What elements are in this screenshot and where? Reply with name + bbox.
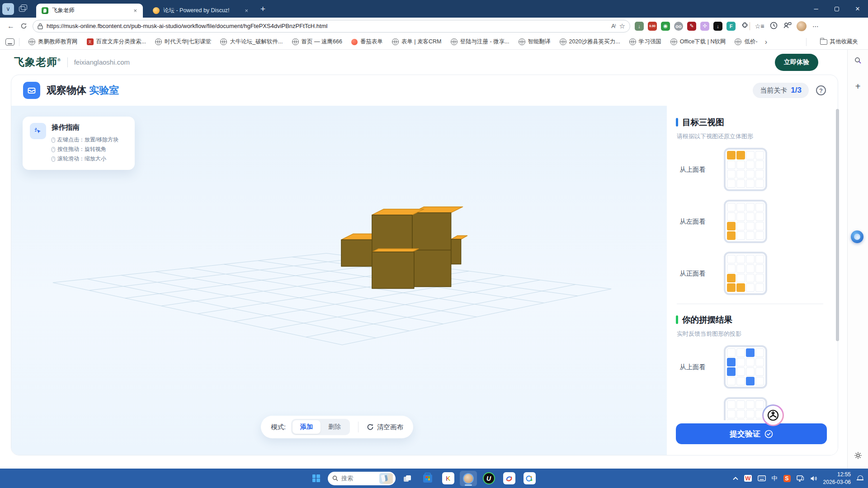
url-text[interactable]: https://musk-online.fbcontent.cn/pub-mus… (47, 23, 608, 29)
other-favorites-button[interactable]: 其他收藏夹 (816, 38, 863, 46)
mode-delete-button[interactable]: 删除 (321, 420, 349, 434)
mode-add-button[interactable]: 添加 (292, 420, 321, 434)
favorite-star-icon[interactable]: ☆ (619, 22, 625, 30)
pinwheel-icon[interactable]: ✣ (700, 22, 709, 31)
history-icon[interactable] (769, 22, 778, 31)
maximize-button[interactable] (826, 0, 847, 18)
workspaces-icon[interactable] (16, 3, 28, 15)
bookmark-item[interactable]: 2020沙雅县英买力... (555, 38, 625, 46)
close-button[interactable]: ✕ (847, 0, 868, 18)
view-cell (746, 255, 755, 263)
bookmark-item[interactable]: 首页 — 速鹰666 (288, 38, 347, 46)
bookmark-item[interactable]: 奥鹏教师教育网 (24, 38, 82, 46)
tomato-icon (351, 39, 358, 45)
view-cell (746, 160, 755, 169)
view-row: 从正面看 (676, 252, 826, 295)
scene-3d-canvas[interactable]: 操作指南 左键点击：放置/移除方块按住拖动：旋转视角滚轮滑动：缩放大小 模式: … (11, 106, 667, 455)
view-cell (736, 255, 745, 263)
browser-tab-active[interactable]: 飞象老师 × (36, 4, 143, 18)
back-icon[interactable]: ← (5, 20, 17, 33)
page-scrollbar-thumb[interactable] (836, 109, 839, 341)
site-logo[interactable]: 飞象老师® (14, 55, 61, 69)
try-now-button[interactable]: 立即体验 (775, 54, 818, 71)
glasses-icon[interactable]: oo (674, 22, 683, 31)
sidebar-add-icon[interactable]: + (855, 81, 861, 92)
start-button[interactable] (307, 471, 325, 486)
task-view-button[interactable] (399, 471, 416, 486)
taskbar-search[interactable]: 搜索 (328, 472, 396, 485)
tab-close-icon[interactable]: × (243, 7, 250, 14)
share-feedback-icon[interactable] (783, 22, 793, 30)
bookmark-item[interactable]: 登陆与注册 - 微享... (446, 38, 514, 46)
wps-tray-icon[interactable]: W (744, 475, 751, 482)
result-section-subtitle: 实时反馈当前图形的投影 (677, 330, 826, 338)
volume-tray-icon[interactable] (810, 475, 817, 482)
tray-chevron-up-icon[interactable] (733, 477, 738, 480)
view-cell (746, 222, 755, 230)
minimize-button[interactable]: ─ (806, 0, 826, 18)
sidebar-settings-gear-icon[interactable] (854, 451, 862, 461)
bookmark-item[interactable]: 番茄表单 (347, 38, 387, 46)
help-icon[interactable]: ? (816, 85, 826, 95)
tripod-logo-icon (767, 409, 779, 421)
settings-more-icon[interactable]: ⋯ (811, 23, 821, 30)
ime-language-indicator[interactable]: 中 (772, 474, 778, 483)
view-cell (755, 212, 764, 221)
read-aloud-icon[interactable]: A⁾ (611, 23, 615, 29)
tab-close-icon[interactable]: × (132, 7, 138, 14)
red-editor-icon[interactable]: ✎ (687, 22, 696, 31)
tab-device-icon[interactable] (5, 38, 14, 46)
view-cell (727, 367, 736, 376)
keep-app-icon[interactable]: K (439, 471, 457, 486)
profile-avatar[interactable] (797, 21, 807, 31)
tab-actions-chevron-icon[interactable]: ∨ (2, 3, 14, 15)
browser-tab-inactive[interactable]: 论坛 - Powered by Discuz! × (147, 4, 254, 18)
bookmark-item[interactable]: 大牛论坛_破解软件... (216, 38, 287, 46)
globe-icon (155, 38, 162, 45)
teal-file-icon[interactable]: F (726, 22, 736, 31)
copilot-floating-button[interactable] (851, 230, 863, 243)
bookmark-item[interactable]: Office下载 | N软网 (666, 38, 731, 46)
view-cell (736, 348, 745, 357)
microsoft-store-icon[interactable] (419, 471, 436, 486)
idm-globe-icon[interactable]: ◉ (661, 22, 670, 31)
panel-footer: 提交验证 (667, 420, 838, 455)
taskbar-clock[interactable]: 12:55 2026-03-06 (823, 471, 851, 485)
bookmark-item[interactable]: 智能翻译 (514, 38, 555, 46)
downloader-icon[interactable]: ↓ (635, 22, 644, 31)
refresh-icon[interactable] (17, 20, 30, 33)
cube-face (372, 215, 412, 252)
browser-toolbar: ← https://musk-online.fbcontent.cn/pub-m… (0, 18, 868, 34)
mouse-icon (52, 137, 55, 143)
qq-app-icon[interactable] (521, 471, 538, 486)
uninstaller-app-icon[interactable]: U (480, 471, 497, 486)
collections-icon[interactable]: ☆≡ (755, 23, 764, 30)
bookmark-item[interactable]: 时代天华|七彩课堂 (151, 38, 216, 46)
url-bar[interactable]: https://musk-online.fbcontent.cn/pub-mus… (33, 20, 630, 33)
sidebar-search-icon[interactable] (854, 57, 862, 66)
sogou-tray-icon[interactable]: S (783, 475, 791, 482)
iobit-app-icon[interactable] (500, 471, 518, 486)
submit-verify-button[interactable]: 提交验证 (676, 423, 827, 444)
view-cell (727, 179, 736, 188)
bookmarks-overflow-chevron-icon[interactable]: › (765, 38, 767, 46)
bookmark-item[interactable]: 表单 | 麦客CRM (387, 38, 446, 46)
keyboard-tray-icon[interactable] (758, 475, 766, 481)
search-highlight-image[interactable] (379, 473, 393, 484)
black-download-icon[interactable]: ↓ (713, 22, 722, 31)
puzzle-extensions-icon[interactable] (740, 22, 750, 31)
notification-bell-icon[interactable] (857, 475, 863, 482)
bookmark-item[interactable]: 学习强国 (625, 38, 666, 46)
view-cell (727, 212, 736, 221)
mode-label: 模式: (271, 423, 286, 432)
edge-browser-taskbar-icon[interactable] (460, 471, 477, 486)
price-badge-icon[interactable]: 0.90 (648, 22, 657, 31)
bookmark-item[interactable]: 低价- (730, 38, 762, 46)
refresh-icon (367, 423, 374, 431)
clear-canvas-button[interactable]: 清空画布 (367, 423, 403, 432)
globe-icon (670, 38, 677, 45)
new-tab-button[interactable]: + (260, 4, 265, 14)
network-tray-icon[interactable] (797, 475, 804, 482)
bookmark-item[interactable]: 文百度文库分类搜索... (82, 38, 151, 46)
view-cell (736, 222, 745, 230)
